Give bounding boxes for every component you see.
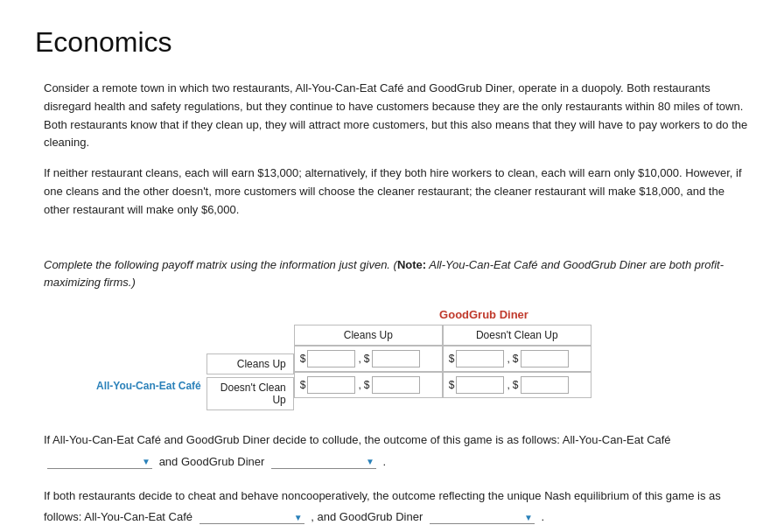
dollar-6: $ [364,379,370,391]
dollar-4: $ [513,353,519,365]
input-cleans-doesnt-1[interactable] [456,350,504,368]
input-doesnt-doesnt-2[interactable] [521,376,569,394]
paragraph-1: Consider a remote town in which two rest… [44,80,749,152]
cell-cleans-cleans: $ , $ [294,346,443,372]
row-label-doesnt-clean: Doesn't Clean Up [206,377,294,410]
dollar-3: $ [449,353,455,365]
instruction-text: Complete the following payoff matrix usi… [44,256,749,293]
collude-period: . [383,455,387,468]
col-label-cleans-up: Cleans Up [294,325,443,346]
collude-goodgrub-label: GoodGrub Diner [181,455,264,468]
col-label-doesnt-clean-up: Doesn't Clean Up [443,325,592,346]
row-label-cleans-up: Cleans Up [206,354,294,374]
collude-cafe-select[interactable]: Cleans Up Doesn't Clean Up [47,455,152,468]
input-doesnt-cleans-2[interactable] [372,376,420,394]
collude-and-text: and [159,455,178,468]
cell-cleans-doesnt: $ , $ [443,346,592,372]
dollar-8: $ [513,379,519,391]
nash-question-block: If both restaurants decide to cheat and … [44,486,749,528]
cell-doesnt-doesnt: $ , $ [443,372,592,398]
collude-goodgrub-select-wrap[interactable]: Cleans Up Doesn't Clean Up ▼ [271,455,376,469]
nash-cafe-select-wrap[interactable]: Cleans Up Doesn't Clean Up ▼ [200,510,304,524]
input-doesnt-doesnt-1[interactable] [456,376,504,394]
input-doesnt-cleans-1[interactable] [307,376,355,394]
input-cleans-cleans-1[interactable] [307,350,355,368]
nash-period: . [541,510,544,523]
input-cleans-cleans-2[interactable] [372,350,420,368]
nash-and-label: , and GoodGrub Diner [311,510,423,523]
dollar-1: $ [300,353,306,365]
collude-question-text: If All-You-Can-Eat Café and GoodGrub Din… [44,433,671,446]
input-cleans-doesnt-2[interactable] [521,350,569,368]
collude-question-block: If All-You-Can-Eat Café and GoodGrub Din… [44,430,749,472]
collude-goodgrub-select[interactable]: Cleans Up Doesn't Clean Up [271,455,376,468]
nash-goodgrub-select-wrap[interactable]: Cleans Up Doesn't Clean Up ▼ [430,510,535,524]
nash-cafe-select[interactable]: Cleans Up Doesn't Clean Up [200,510,304,523]
page-title: Economics [35,26,749,59]
nash-goodgrub-select[interactable]: Cleans Up Doesn't Clean Up [430,510,535,523]
collude-cafe-select-wrap[interactable]: Cleans Up Doesn't Clean Up ▼ [47,455,152,469]
dollar-7: $ [449,379,455,391]
paragraph-2: If neither restaurant cleans, each will … [44,164,749,219]
column-company-label: GoodGrub Diner [219,308,749,321]
dollar-2: $ [364,353,370,365]
dollar-5: $ [300,379,306,391]
row-company-label: All-You-Can-Eat Café [96,341,206,392]
cell-doesnt-cleans: $ , $ [294,372,443,398]
